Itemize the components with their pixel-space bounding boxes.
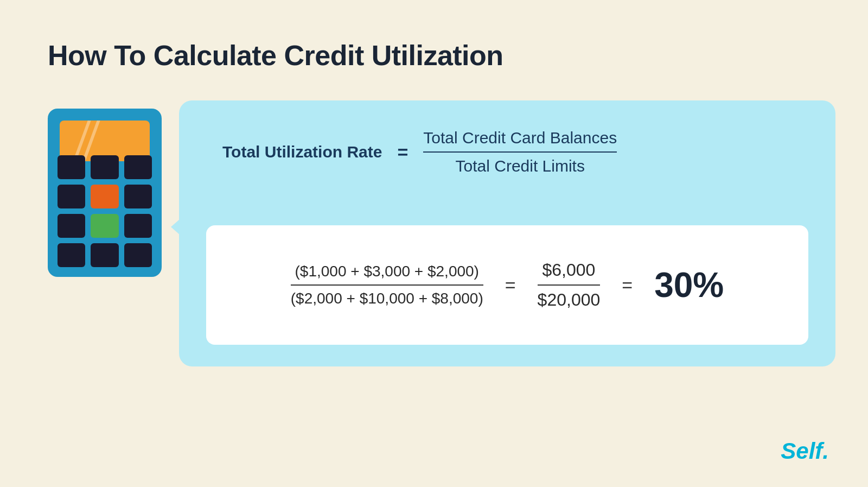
formula-section: Total Utilization Rate = Total Credit Ca… (222, 129, 803, 175)
example-fraction: ($1,000 + $3,000 + $2,000) ($2,000 + $10… (291, 263, 483, 307)
calc-btn-7 (58, 214, 85, 238)
calc-btn-2 (91, 155, 118, 179)
calc-btn-3 (124, 155, 152, 179)
calc-body (48, 109, 162, 277)
brand-logo: Self. (781, 438, 829, 464)
formula-box: Total Utilization Rate = Total Credit Ca… (179, 100, 835, 366)
calc-btn-1 (58, 155, 85, 179)
final-result: 30% (654, 265, 724, 305)
calc-buttons (58, 155, 152, 267)
formula-fraction: Total Credit Card Balances Total Credit … (423, 129, 617, 175)
formula-label: Total Utilization Rate (222, 143, 382, 161)
example-numerator: ($1,000 + $3,000 + $2,000) (295, 263, 479, 284)
calc-btn-6 (124, 185, 152, 208)
calc-btn-11 (91, 243, 118, 267)
formula-divider (423, 151, 617, 153)
page-title: How To Calculate Credit Utilization (48, 39, 503, 72)
calc-btn-10 (58, 243, 85, 267)
result-denominator: $20,000 (538, 286, 601, 310)
calculator-illustration (48, 109, 162, 277)
formula-denominator: Total Credit Limits (456, 154, 585, 175)
calc-btn-4 (58, 185, 85, 208)
result-numerator: $6,000 (542, 260, 595, 284)
formula-numerator: Total Credit Card Balances (423, 129, 617, 150)
example-denominator: ($2,000 + $10,000 + $8,000) (291, 286, 483, 307)
calc-btn-green (91, 214, 118, 238)
example-equals-1: = (505, 275, 516, 296)
calc-btn-12 (124, 243, 152, 267)
example-box: ($1,000 + $3,000 + $2,000) ($2,000 + $10… (206, 225, 808, 345)
calc-btn-orange (91, 185, 118, 208)
result-fraction: $6,000 $20,000 (538, 260, 601, 310)
calc-btn-9 (124, 214, 152, 238)
example-equals-2: = (622, 275, 633, 296)
example-content: ($1,000 + $3,000 + $2,000) ($2,000 + $10… (206, 225, 808, 345)
formula-equals: = (397, 142, 408, 163)
